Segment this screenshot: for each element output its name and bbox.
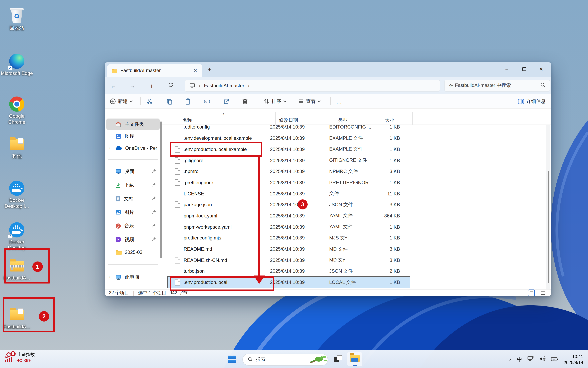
volume-icon[interactable] — [539, 356, 546, 363]
file-row[interactable]: .env.production.local.example 2025/8/14 … — [167, 144, 410, 155]
gecko-image — [308, 354, 328, 365]
rename-icon: A — [204, 98, 211, 105]
column-date[interactable]: 修改日期 — [279, 117, 298, 124]
item-count: 22 个项目 — [109, 290, 129, 296]
back-button[interactable]: ← — [107, 80, 119, 92]
file-name: .gitignore — [184, 157, 270, 163]
running-indicator — [353, 365, 357, 366]
file-list-scrollbar[interactable] — [546, 125, 550, 289]
battery-icon[interactable] — [551, 356, 558, 363]
expand-chevron-icon[interactable]: › — [109, 146, 110, 151]
delete-button[interactable] — [242, 94, 248, 109]
task-view-button[interactable] — [334, 355, 343, 364]
network-icon[interactable] — [527, 356, 534, 363]
sidebar-item-pictures[interactable]: 图片 — [106, 207, 160, 218]
taskbar-explorer-button[interactable] — [347, 352, 362, 366]
crumb-separator[interactable]: › — [248, 83, 249, 88]
hidden-icons-chevron[interactable]: ∧ — [509, 357, 512, 361]
large-icons-view-toggle[interactable] — [540, 289, 546, 296]
refresh-button[interactable] — [165, 80, 177, 92]
sidebar-item-videos[interactable]: 视频 — [106, 234, 160, 245]
up-button[interactable]: ↑ — [146, 80, 158, 92]
desktop-icon-fastbuildai-folder[interactable]: FastbuildA... — [0, 307, 34, 330]
selection-size: 942 字节 — [170, 290, 188, 296]
file-row[interactable]: README.md 2025/8/14 10:39 MD 文件 3 KB — [167, 243, 410, 255]
view-button[interactable]: 查看 — [298, 94, 321, 109]
details-view-toggle[interactable] — [528, 289, 535, 296]
file-type: 文件 — [329, 190, 382, 197]
column-name[interactable]: 名称 — [182, 117, 192, 124]
details-pane-button[interactable]: 详细信息 — [518, 94, 546, 109]
sidebar-item-2025-03[interactable]: 2025-03 — [106, 247, 160, 258]
file-row[interactable]: pnpm-workspace.yaml 2025/8/14 10:39 YAML… — [167, 221, 410, 232]
sidebar-item-documents[interactable]: 文档 — [106, 193, 160, 204]
sidebar-item-this-pc[interactable]: › 此电脑 — [106, 271, 160, 283]
new-tab-button[interactable]: + — [205, 65, 214, 74]
desktop-icon-recycle-bin[interactable]: ♻ 回收站 — [0, 8, 34, 31]
file-row[interactable]: .env.production.local 2025/8/14 10:39 LO… — [167, 277, 410, 288]
forward-button[interactable]: → — [126, 80, 138, 92]
desktop-icon-docker-desktop[interactable]: ↗ Docker Desktop — [0, 222, 34, 251]
breadcrumb-path[interactable]: FastbuildAI-master — [204, 83, 244, 88]
file-row[interactable]: README.zh-CN.md 2025/8/14 10:39 MD 文件 3 … — [167, 255, 410, 266]
file-row[interactable]: pnpm-lock.yaml 2025/8/14 10:39 YAML 文件 8… — [167, 210, 410, 221]
file-size: 3 KB — [382, 246, 400, 252]
start-button[interactable] — [228, 356, 236, 363]
rename-button[interactable]: A — [204, 94, 211, 109]
desktop-icon-chrome[interactable]: Google Chrome — [0, 96, 34, 125]
file-row[interactable]: turbo.json 2025/8/14 10:39 JSON 文件 2 KB — [167, 266, 410, 277]
desktop-icon-label: Docker Desktop I... — [0, 197, 34, 209]
column-type[interactable]: 类型 — [338, 117, 348, 124]
clock[interactable]: 10:41 2025/8/14 — [564, 353, 583, 365]
file-row[interactable]: .npmrc 2025/8/14 10:39 NPMRC 文件 3 KB — [167, 166, 410, 177]
file-row[interactable]: prettier.config.mjs 2025/8/14 10:39 MJS … — [167, 232, 410, 243]
ime-indicator[interactable]: 中 — [517, 356, 522, 363]
sort-button[interactable]: 排序 — [263, 94, 286, 109]
file-type: MD 文件 — [329, 246, 382, 252]
sidebar-item-music[interactable]: 音乐 — [106, 220, 160, 231]
explorer-tab[interactable]: FastbuildAI-master ✕ — [107, 64, 202, 77]
desktop-icon-label: FastbuildA... — [0, 324, 34, 330]
file-explorer-window: FastbuildAI-master ✕ + – ✕ ← → ↑ › Fastb… — [105, 62, 551, 296]
file-row[interactable]: .prettierignore 2025/8/14 10:39 PRETTIER… — [167, 177, 410, 188]
sidebar-item-downloads[interactable]: 下载 — [106, 179, 160, 191]
file-name: .prettierignore — [184, 180, 270, 185]
sidebar-scrollbar[interactable] — [160, 121, 162, 258]
file-row[interactable]: .gitignore 2025/8/14 10:39 GITIGNORE 文件 … — [167, 155, 410, 166]
paste-button[interactable] — [184, 94, 191, 109]
copy-button[interactable] — [166, 94, 173, 109]
file-size: 1 KB — [382, 147, 400, 152]
desktop-icon-docker-installer[interactable]: Docker Desktop I... — [0, 180, 34, 209]
file-row[interactable]: package.json 3 2025/8/14 10:39 JSON 文件 3… — [167, 199, 410, 210]
desktop-icon-fastbuildai-zip[interactable]: FastbuildA... — [0, 258, 34, 281]
sidebar-item-home[interactable]: 主文件夹 — [106, 119, 160, 130]
cut-button[interactable] — [146, 94, 153, 109]
desktop-icon-qita[interactable]: 其他 — [0, 136, 34, 159]
search-box[interactable]: 在 FastbuildAI-master 中搜索 — [444, 80, 550, 92]
tab-close-icon[interactable]: ✕ — [193, 68, 198, 73]
breadcrumb[interactable]: › FastbuildAI-master › — [185, 80, 440, 92]
column-size[interactable]: 大小 — [385, 117, 395, 124]
sidebar-item-gallery[interactable]: 图库 — [106, 130, 160, 142]
close-button[interactable]: ✕ — [533, 63, 549, 76]
document-icon — [115, 196, 121, 202]
sidebar-item-onedrive[interactable]: › OneDrive - Per — [106, 143, 160, 154]
desktop-icon-label: 回收站 — [0, 25, 34, 31]
desktop-icon-edge[interactable]: ↗ Microsoft Edge — [0, 53, 34, 76]
new-button[interactable]: 新建 — [110, 94, 133, 109]
file-row[interactable]: LICENSE 2025/8/14 10:39 文件 11 KB — [167, 188, 410, 199]
file-row[interactable]: .env.development.local.example 2025/8/14… — [167, 133, 410, 144]
taskbar-search[interactable]: 搜索 — [242, 353, 328, 365]
sidebar-item-desktop[interactable]: 桌面 — [106, 166, 160, 177]
shortcut-arrow-icon: ↗ — [8, 66, 12, 70]
more-button[interactable]: … — [336, 94, 342, 109]
file-name: .editorconfig — [184, 124, 270, 130]
share-button[interactable] — [223, 94, 230, 109]
window-titlebar[interactable]: FastbuildAI-master ✕ + – ✕ — [105, 62, 551, 77]
scrollbar-thumb[interactable] — [548, 171, 549, 283]
stocks-widget[interactable]: 5 上证指数 +0.39% — [4, 352, 35, 364]
file-icon — [175, 179, 180, 186]
maximize-button[interactable] — [516, 63, 532, 76]
minimize-button[interactable]: – — [499, 63, 515, 76]
expand-chevron-icon[interactable]: › — [109, 275, 110, 279]
